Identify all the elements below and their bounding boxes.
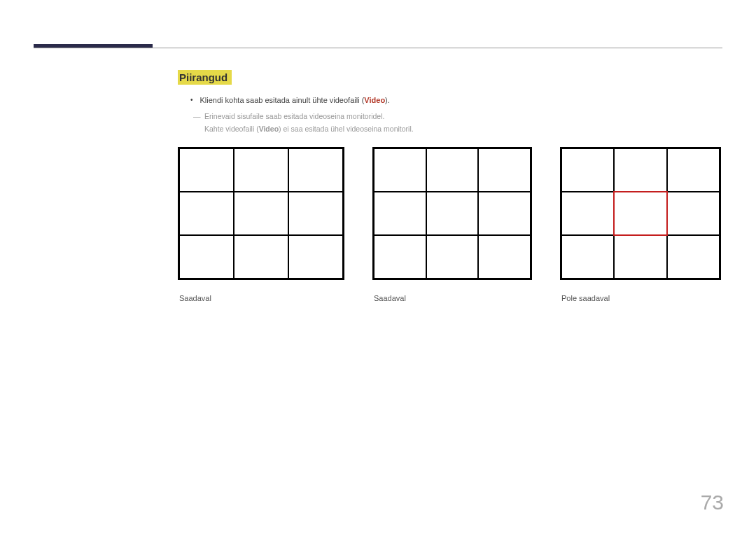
sub2-prefix: Kahte videofaili ( xyxy=(204,125,259,133)
bullet-prefix: Kliendi kohta saab esitada ainult ühte v… xyxy=(200,96,365,104)
grid-cell xyxy=(234,192,288,235)
grid-cell xyxy=(179,192,234,235)
page-number: 73 xyxy=(701,491,724,514)
sub-note-2: Kahte videofaili (Video) ei saa esitada … xyxy=(204,122,722,135)
bullet-suffix: ). xyxy=(385,96,390,104)
grid-cell xyxy=(426,148,479,192)
header-rule xyxy=(34,48,722,48)
grid-cell xyxy=(288,192,343,235)
grid-cell xyxy=(374,148,426,192)
grid-block-3: Pole saadaval xyxy=(560,147,721,302)
video-label: Video xyxy=(364,96,385,104)
grid-cell xyxy=(667,235,720,279)
video-label-2: Video xyxy=(259,125,279,133)
sub2-suffix: ) ei saa esitada ühel videoseina monitor… xyxy=(279,125,414,133)
grid-cell xyxy=(426,192,479,235)
grid-cell xyxy=(374,235,426,279)
grids-row: Saadaval Saadaval Pole saadaval xyxy=(178,147,722,302)
grid-cell xyxy=(667,192,720,235)
bullet-text: Kliendi kohta saab esitada ainult ühte v… xyxy=(200,94,390,106)
grid-2 xyxy=(372,147,532,280)
bullet-item: • Kliendi kohta saab esitada ainult ühte… xyxy=(190,94,722,106)
grid-cell xyxy=(478,192,531,235)
grid-cell xyxy=(179,148,234,192)
grid-cell xyxy=(288,235,343,279)
grid-3 xyxy=(560,147,721,280)
section-title: Piirangud xyxy=(178,70,232,85)
grid-caption-3: Pole saadaval xyxy=(561,294,721,302)
grid-cell xyxy=(561,148,614,192)
grid-cell-highlighted xyxy=(613,191,667,236)
grid-cell xyxy=(288,148,343,192)
grid-block-2: Saadaval xyxy=(372,147,532,302)
grid-cell xyxy=(426,235,479,279)
grid-cell xyxy=(234,235,288,279)
grid-cell xyxy=(614,148,666,192)
grid-cell xyxy=(561,192,614,235)
grid-block-1: Saadaval xyxy=(178,147,344,302)
grid-caption-2: Saadaval xyxy=(374,294,532,302)
grid-cell xyxy=(234,148,288,192)
sub-note-1: Erinevaid sisufaile saab esitada videose… xyxy=(204,110,722,122)
grid-cell xyxy=(478,148,531,192)
content-area: Piirangud • Kliendi kohta saab esitada a… xyxy=(178,70,722,135)
grid-cell xyxy=(667,148,720,192)
grid-1 xyxy=(178,147,344,280)
grid-cell xyxy=(561,235,614,279)
grid-cell xyxy=(478,235,531,279)
grid-cell xyxy=(179,235,234,279)
grid-cell xyxy=(374,192,426,235)
bullet-dot-icon: • xyxy=(190,94,193,106)
grid-caption-1: Saadaval xyxy=(179,294,344,302)
grid-cell xyxy=(614,235,666,279)
